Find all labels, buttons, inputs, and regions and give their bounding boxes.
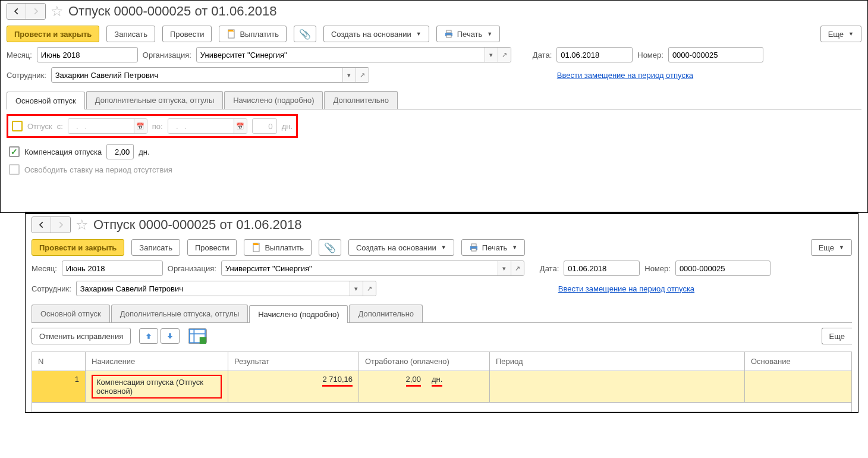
print-button[interactable]: Печать ▼: [436, 26, 501, 42]
number-input[interactable]: [676, 261, 770, 275]
open-ref-button[interactable]: ↗: [511, 261, 524, 275]
date-label: Дата:: [533, 51, 552, 59]
date-input[interactable]: [564, 261, 640, 275]
create-based-button[interactable]: Создать на основании ▼: [323, 26, 429, 42]
attach-button[interactable]: 📎: [294, 26, 316, 42]
post-close-button[interactable]: Провести и закрыть: [32, 239, 124, 256]
vacation-to-input[interactable]: 📅: [168, 118, 247, 134]
org-input-group[interactable]: ▾ ↗: [221, 261, 524, 276]
date-input-group[interactable]: 📅: [564, 261, 640, 276]
nav-forward-button[interactable]: [51, 217, 70, 233]
col-accrual[interactable]: Начисление: [86, 352, 228, 371]
substitution-link[interactable]: Ввести замещение на период отпуска: [558, 284, 694, 293]
open-ref-button[interactable]: ↗: [498, 48, 511, 62]
number-input-group[interactable]: [675, 261, 770, 276]
document-icon: [251, 243, 261, 252]
tab-additional[interactable]: Дополнительные отпуска, отгулы: [111, 305, 249, 322]
print-button[interactable]: Печать ▼: [461, 239, 526, 256]
tab-extra[interactable]: Дополнительно: [349, 305, 423, 322]
vacation-checkbox[interactable]: [12, 121, 23, 131]
attach-button[interactable]: 📎: [319, 239, 341, 256]
post-button[interactable]: Провести: [162, 26, 212, 42]
chevron-down-icon: ▼: [848, 31, 854, 37]
compensation-days-input[interactable]: [106, 144, 134, 159]
columns-button[interactable]: [188, 328, 207, 344]
arrow-down-icon: [166, 332, 174, 340]
tab-main-vacation[interactable]: Основной отпуск: [7, 92, 85, 109]
org-input[interactable]: [222, 261, 498, 275]
employee-input-group[interactable]: ▾ ↗: [76, 281, 376, 296]
favorite-star-icon[interactable]: ☆: [51, 3, 64, 20]
sub-more-button[interactable]: Еще: [822, 328, 852, 344]
col-period[interactable]: Период: [490, 352, 745, 371]
month-input[interactable]: [62, 261, 163, 275]
move-up-button[interactable]: [139, 328, 158, 344]
compensation-checkbox[interactable]: [9, 146, 20, 157]
date-input[interactable]: [557, 48, 633, 62]
tab-accrued[interactable]: Начислено (подробно): [249, 305, 348, 323]
pay-button[interactable]: Выплатить: [244, 239, 312, 256]
col-n[interactable]: N: [32, 352, 86, 371]
svg-rect-11: [200, 337, 206, 344]
chevron-down-icon: ▼: [441, 244, 446, 250]
table-row[interactable]: 1 Компенсация отпуска (Отпуск основной) …: [32, 371, 852, 403]
month-input[interactable]: [37, 48, 138, 62]
tab-extra[interactable]: Дополнительно: [324, 91, 398, 109]
window-title: Отпуск 0000-000025 от 01.06.2018: [68, 4, 276, 19]
open-icon: ↗: [515, 265, 520, 272]
number-input[interactable]: [669, 48, 763, 62]
col-result[interactable]: Результат: [228, 352, 359, 371]
month-input-group[interactable]: 📅 ▲ ▼: [37, 47, 138, 62]
employee-input[interactable]: [77, 281, 350, 296]
record-button[interactable]: Записать: [131, 239, 180, 256]
org-label: Организация:: [143, 51, 191, 59]
nav-back-button[interactable]: [32, 217, 51, 233]
tab-main-vacation[interactable]: Основной отпуск: [32, 305, 110, 322]
col-worked[interactable]: Отработано (оплачено): [359, 352, 490, 371]
org-input-group[interactable]: ▾ ↗: [196, 47, 511, 62]
vacation-days-unit: дн.: [282, 122, 293, 131]
employee-label: Сотрудник:: [7, 71, 46, 80]
post-button[interactable]: Провести: [187, 239, 237, 256]
chevron-down-icon: ▼: [487, 31, 492, 37]
dropdown-button[interactable]: ▾: [342, 68, 356, 82]
calendar-button[interactable]: 📅: [234, 119, 247, 133]
arrow-right-icon: [32, 7, 40, 15]
vacation-days-input[interactable]: [252, 118, 277, 134]
move-down-button[interactable]: [161, 328, 180, 344]
dropdown-button[interactable]: ▾: [485, 48, 498, 62]
cancel-corrections-button[interactable]: Отменить исправления: [32, 328, 131, 344]
record-button[interactable]: Записать: [106, 26, 155, 42]
create-based-button[interactable]: Создать на основании ▼: [348, 239, 454, 256]
open-ref-button[interactable]: ↗: [363, 281, 376, 296]
window-title: Отпуск 0000-000025 от 01.06.2018: [93, 217, 301, 233]
date-input-group[interactable]: 📅: [556, 47, 633, 62]
employee-input-group[interactable]: ▾ ↗: [51, 67, 369, 83]
number-input-group[interactable]: [668, 47, 763, 62]
vacation-from-input[interactable]: 📅: [68, 118, 147, 134]
month-input-group[interactable]: 📅 ▲ ▼: [62, 261, 163, 276]
post-close-button[interactable]: Провести и закрыть: [7, 26, 99, 42]
employee-input[interactable]: [52, 68, 342, 82]
cell-worked: 2,00 дн.: [359, 371, 490, 403]
substitution-link[interactable]: Ввести замещение на период отпуска: [557, 71, 693, 80]
svg-rect-7: [471, 249, 476, 251]
tab-additional[interactable]: Дополнительные отпуска, отгулы: [86, 91, 224, 109]
chevron-down-icon: ▼: [839, 244, 844, 250]
more-button[interactable]: Еще ▼: [811, 239, 852, 256]
compensation-unit: дн.: [139, 148, 149, 156]
dropdown-button[interactable]: ▾: [498, 261, 511, 275]
dropdown-button[interactable]: ▾: [350, 281, 363, 296]
favorite-star-icon[interactable]: ☆: [76, 217, 89, 233]
nav-back-button[interactable]: [7, 4, 26, 19]
pay-button[interactable]: Выплатить: [219, 26, 287, 42]
nav-forward-button[interactable]: [26, 4, 45, 19]
calendar-button[interactable]: 📅: [134, 119, 147, 133]
more-button[interactable]: Еще ▼: [820, 26, 861, 42]
open-ref-button[interactable]: ↗: [356, 68, 369, 82]
free-position-checkbox[interactable]: [9, 164, 20, 175]
tab-accrued[interactable]: Начислено (подробно): [224, 91, 323, 109]
col-basis[interactable]: Основание: [745, 352, 852, 371]
table-icon: [188, 327, 206, 345]
org-input[interactable]: [197, 48, 485, 62]
